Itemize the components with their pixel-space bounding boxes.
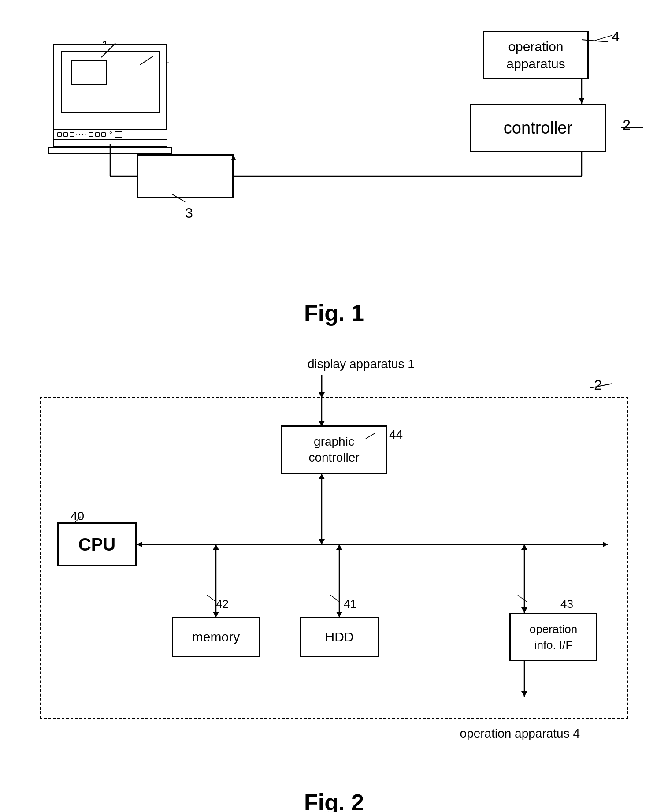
opinfo-text: operationinfo. I/F <box>530 621 577 653</box>
graphic-controller-text: graphiccontroller <box>308 434 359 466</box>
cpu-box: CPU <box>57 522 137 566</box>
operation-apparatus-text: operationapparatus <box>506 38 565 72</box>
svg-line-13 <box>595 35 612 41</box>
fig2-display-apparatus-label: display apparatus 1 <box>308 357 415 371</box>
cpu-text: CPU <box>78 535 115 555</box>
fig1-title: Fig. 1 <box>18 300 650 326</box>
hdd-text: HDD <box>325 629 354 644</box>
monitor-drawing: ···· ° <box>53 44 172 154</box>
fig2-diagram: display apparatus 1 2 graphiccontroller … <box>18 353 650 785</box>
graphic-controller-box: graphiccontroller <box>281 425 387 474</box>
controller-text: controller <box>504 119 572 138</box>
controller-box: controller <box>470 104 606 152</box>
memory-box: memory <box>172 617 260 657</box>
label-42: 42 <box>216 597 229 611</box>
fig2-title: Fig. 2 <box>18 789 650 812</box>
hdd-box: HDD <box>300 617 379 657</box>
svg-marker-3 <box>579 98 584 104</box>
box3 <box>137 154 234 198</box>
fig1-diagram: 1 11 ···· ° <box>18 18 650 291</box>
label-2: 2 <box>623 117 631 133</box>
fig2-label-2: 2 <box>594 377 602 393</box>
label-41: 41 <box>344 597 356 611</box>
memory-text: memory <box>192 629 240 644</box>
opinfo-box: operationinfo. I/F <box>509 613 597 661</box>
operation-apparatus-box: operationapparatus <box>483 31 589 79</box>
label-43: 43 <box>560 597 573 611</box>
label-40: 40 <box>71 509 84 523</box>
operation-apparatus-4-label: operation apparatus 4 <box>460 726 580 741</box>
label-44: 44 <box>389 428 403 442</box>
label-4: 4 <box>612 29 620 45</box>
label-3: 3 <box>185 205 193 221</box>
